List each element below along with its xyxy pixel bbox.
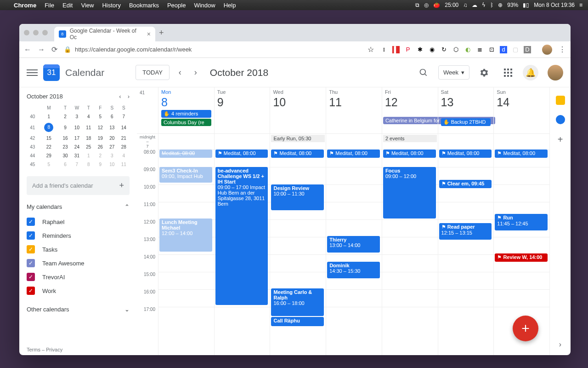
calendar-event[interactable]: Lunch Meeting Michael12:00 – 14:00 xyxy=(159,218,212,252)
calendar-item[interactable]: ✓Raphael xyxy=(27,215,130,229)
calendar-event[interactable]: Thierry13:00 – 14:00 xyxy=(327,236,380,253)
window-zoom[interactable] xyxy=(42,30,48,35)
morning-event[interactable]: Early Run, 05:30 xyxy=(271,135,325,142)
day-column[interactable]: Meditati, 08:00Sem3 Check-In09:00, Impac… xyxy=(158,150,214,355)
back-button[interactable]: ← xyxy=(24,46,31,54)
add-friend-calendar[interactable]: Add a friend's calendar + xyxy=(27,176,130,195)
chrome-menu-icon[interactable]: ⋮ xyxy=(559,45,566,54)
ext-icon[interactable]: D xyxy=(524,46,531,53)
checkbox-icon[interactable]: ✓ xyxy=(27,259,35,267)
reload-button[interactable]: ⟳ xyxy=(51,45,57,54)
checkbox-icon[interactable]: ✓ xyxy=(27,231,35,240)
ext-buffer-icon[interactable]: ≣ xyxy=(476,46,483,53)
calendar-event[interactable]: Focus09:00 – 12:00 xyxy=(383,167,436,218)
menubar-app[interactable]: Chrome xyxy=(14,2,36,9)
day-header[interactable]: Thu11 xyxy=(326,87,382,133)
profile-avatar[interactable] xyxy=(542,45,552,55)
ext-icon[interactable]: ◐ xyxy=(464,46,471,53)
minical-prev[interactable]: ‹ xyxy=(119,93,121,100)
prev-week-button[interactable]: ‹ xyxy=(175,68,185,77)
checkbox-icon[interactable]: ✓ xyxy=(27,287,35,295)
day-header[interactable]: Mon8✋ 4 remindersColumbus Day (re xyxy=(158,87,214,133)
tasks-icon[interactable] xyxy=(556,115,565,124)
ext-icon[interactable]: ↻ xyxy=(440,46,447,53)
calendar-event[interactable]: Meditat, 08:00 xyxy=(327,150,380,158)
view-selector[interactable]: Week▾ xyxy=(438,65,469,80)
calendar-event[interactable]: Meditati, 08:00 xyxy=(159,150,212,158)
headphones-icon[interactable]: ♫ xyxy=(463,2,467,8)
allday-event[interactable]: ✋ Backup 2TBHD xyxy=(441,118,491,126)
calendar-item[interactable]: ✓Reminders xyxy=(27,229,130,242)
main-menu-button[interactable] xyxy=(27,69,38,76)
url-text[interactable]: https://calendar.google.com/calendar/r/w… xyxy=(75,46,192,53)
calendar-event[interactable]: Sem3 Check-In09:00, Impact Hub xyxy=(159,167,212,183)
bluetooth-icon[interactable]: ᛒ xyxy=(490,2,493,8)
calendar-event[interactable]: Read paper12:15 – 13:15 xyxy=(439,223,492,240)
menu-bookmarks[interactable]: Bookmarks xyxy=(129,2,159,9)
menu-people[interactable]: People xyxy=(167,2,186,9)
new-tab-button[interactable]: + xyxy=(159,28,164,38)
status-icon[interactable]: ◎ xyxy=(424,2,429,8)
day-column[interactable]: Meditat, 08:00Clear em, 09:45Read paper1… xyxy=(438,150,494,355)
calendar-item[interactable]: ✓Tasks xyxy=(27,242,130,256)
day-header[interactable]: Wed10 xyxy=(270,87,326,133)
window-close[interactable] xyxy=(24,30,29,35)
menu-edit[interactable]: Edit xyxy=(62,2,73,9)
calendar-event[interactable]: Call Räphu xyxy=(271,317,324,326)
search-button[interactable] xyxy=(414,63,433,82)
star-icon[interactable]: ☆ xyxy=(368,45,374,54)
ext-icon[interactable]: ▢ xyxy=(512,46,519,53)
add-addon-icon[interactable]: + xyxy=(558,134,563,145)
day-header[interactable]: Sat13✋ Backup 2TBHD xyxy=(438,87,494,133)
calendar-item[interactable]: ✓TrevorAI xyxy=(27,270,130,284)
account-avatar[interactable] xyxy=(548,65,563,80)
allday-event[interactable]: Columbus Day (re xyxy=(161,119,211,126)
footer-links[interactable]: Terms – Privacy xyxy=(27,347,62,352)
menu-view[interactable]: View xyxy=(81,2,94,9)
wifi-icon[interactable]: ⊕ xyxy=(498,2,503,8)
checkbox-icon[interactable]: ✓ xyxy=(27,273,35,281)
plus-icon[interactable]: + xyxy=(119,181,124,190)
calendar-event[interactable]: Review W, 14:00 xyxy=(495,253,548,262)
day-header[interactable]: Tue9 xyxy=(214,87,270,133)
browser-tab[interactable]: 8 Google Calendar - Week of Oc × xyxy=(54,27,155,41)
ext-camera-icon[interactable]: ◉ xyxy=(428,46,435,53)
calendar-event[interactable]: Meditat, 08:00 xyxy=(383,150,436,158)
allday-event[interactable]: ✋ 4 reminders xyxy=(161,110,211,118)
tab-close-icon[interactable]: × xyxy=(147,30,151,38)
calendar-event[interactable]: Meditat, 08:00 xyxy=(271,150,324,158)
my-calendars-header[interactable]: My calendars⌃ xyxy=(27,203,130,210)
calendar-event[interactable]: Meditat, 08:00 xyxy=(495,150,548,158)
calendar-event[interactable]: Meeting Carlo & Ralph16:00 – 18:00 xyxy=(271,288,324,316)
calendar-event[interactable]: Meditat, 08:00 xyxy=(215,150,268,158)
dropbox-icon[interactable]: ⧉ xyxy=(415,2,419,8)
calendar-event[interactable]: Dominik14:30 – 15:30 xyxy=(327,262,380,278)
calendar-event[interactable]: Run11:45 – 12:45 xyxy=(495,214,548,230)
window-minimize[interactable] xyxy=(33,30,39,35)
ext-icon[interactable]: I xyxy=(380,46,388,53)
menu-file[interactable]: File xyxy=(45,2,54,9)
day-column[interactable]: Meditat, 08:00Design Review10:00 – 11:30… xyxy=(270,150,326,355)
day-column[interactable]: Meditat, 08:00be-advanced Challenge WS 1… xyxy=(214,150,270,355)
morning-event[interactable]: 2 events xyxy=(383,135,437,142)
next-week-button[interactable]: › xyxy=(191,68,201,77)
keep-icon[interactable] xyxy=(556,96,565,105)
ext-icon[interactable]: ▌ xyxy=(392,46,400,53)
day-column[interactable]: Meditat, 08:00Thierry13:00 – 14:00Domini… xyxy=(326,150,382,355)
collapse-panel-icon[interactable]: › xyxy=(559,340,561,349)
apps-button[interactable] xyxy=(499,63,517,82)
checkbox-icon[interactable]: ✓ xyxy=(27,245,35,253)
menu-history[interactable]: History xyxy=(102,2,120,9)
lock-icon[interactable]: 🔒 xyxy=(64,46,71,53)
day-header[interactable]: Fri12Catherine in Belgium for medical vi… xyxy=(382,87,438,133)
menu-help[interactable]: Help xyxy=(224,2,236,9)
calendar-event[interactable]: be-advanced Challenge WS 1/2 + IH Start0… xyxy=(215,167,268,305)
checkbox-icon[interactable]: ✓ xyxy=(27,218,35,226)
ext-icon[interactable]: ⊡ xyxy=(488,46,495,53)
mini-calendar[interactable]: MTWTFSS401234567418910111213144215161718… xyxy=(27,104,130,169)
battery-icon[interactable]: ▮▯ xyxy=(523,2,529,8)
create-event-fab[interactable]: + xyxy=(513,316,538,341)
ext-pinterest-icon[interactable]: P xyxy=(404,46,412,53)
day-column[interactable]: Meditat, 08:00Focus09:00 – 12:00 xyxy=(382,150,438,355)
ext-icon[interactable]: ✱ xyxy=(416,46,424,53)
